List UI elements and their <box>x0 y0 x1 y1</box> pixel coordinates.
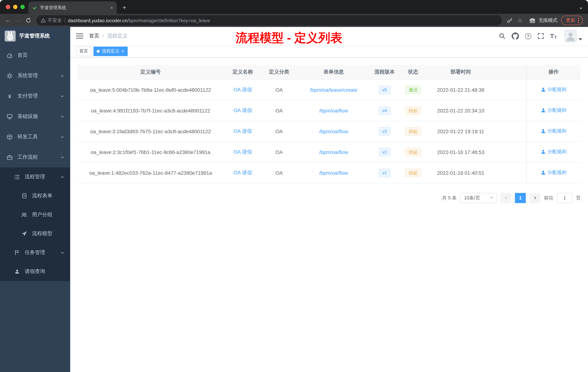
table-row: oa_leave:1:482ec033-762a-11ec-8477-a2380… <box>77 162 581 183</box>
definition-name-link[interactable]: OA 请假 <box>233 87 252 92</box>
browser-tab[interactable]: 芋道管理系统 × <box>28 1 117 14</box>
tag-close-icon[interactable]: × <box>121 49 124 54</box>
goto-page-input[interactable] <box>557 193 572 203</box>
box-icon <box>7 134 13 140</box>
deploy-time-cell: 2022-01-16 17:46:53 <box>428 142 494 162</box>
incognito-label: 无痕模式 <box>538 17 557 24</box>
menu-label: 流程表单 <box>32 193 52 199</box>
browser-tab-strip: 芋道管理系统 × + <box>0 0 588 14</box>
sidebar-item-payment[interactable]: ¥ 支付管理 <box>0 86 70 106</box>
definition-name-link[interactable]: OA 请假 <box>233 169 252 175</box>
definition-category-cell: OA <box>262 142 296 162</box>
avatar[interactable] <box>564 30 577 42</box>
menu-label: 基础设施 <box>17 113 38 120</box>
column-header-deploy-time: 部署时间 <box>428 65 494 79</box>
font-size-icon[interactable]: TT <box>550 33 557 39</box>
menu-label: 首页 <box>17 52 28 59</box>
sidebar-item-process-form[interactable]: 流程表单 <box>0 186 70 205</box>
page-content: 定义编号 定义名称 定义分类 表单信息 流程版本 状态 部署时间 操作 <box>70 57 588 372</box>
assign-rule-link[interactable]: 分配规则 <box>541 107 567 114</box>
version-badge: v2 <box>378 148 390 156</box>
password-key-icon[interactable] <box>505 15 515 25</box>
help-icon[interactable]: ? <box>525 33 531 39</box>
next-page-button[interactable] <box>529 193 540 203</box>
definition-name-link[interactable]: OA 请假 <box>233 107 252 113</box>
browser-toolbar: ← → 不安全 dashboard.yudao.iocoder.cn/bpm/m… <box>0 14 588 27</box>
chrome-update-button[interactable]: 更新 <box>561 16 583 25</box>
sidebar-item-system[interactable]: 系统管理 <box>0 66 70 86</box>
sidebar-item-process-model[interactable]: 流程模型 <box>0 224 70 243</box>
breadcrumb-home[interactable]: 首页 <box>89 33 99 39</box>
menu-label: 流程管理 <box>25 174 45 180</box>
browser-menu-icon[interactable] <box>578 17 579 23</box>
table-row: oa_leave:2:3c1f0ef1-76b1-11ec-9c66-a2380… <box>77 142 581 162</box>
window-close-button[interactable] <box>6 5 10 9</box>
assign-rule-link[interactable]: 分配规则 <box>541 128 567 134</box>
new-tab-button[interactable]: + <box>120 3 129 12</box>
form-info-link[interactable]: /bpm/oa/flow <box>319 170 348 176</box>
sidebar-item-process-management[interactable]: 流程管理 <box>0 167 70 186</box>
sidebar-toggle-icon[interactable] <box>76 33 83 39</box>
form-info-link[interactable]: /bpm/oa/flow <box>319 149 348 155</box>
assign-rule-link[interactable]: 分配规则 <box>541 149 567 155</box>
prev-page-button[interactable] <box>500 193 511 203</box>
caret-down-icon <box>578 38 582 40</box>
sidebar-item-user-group[interactable]: 用户分组 <box>0 205 70 224</box>
form-info-link[interactable]: /bpm/oa/leave/create <box>310 87 357 93</box>
tag-label: 首页 <box>79 48 88 54</box>
user-menu[interactable] <box>564 30 582 42</box>
deploy-time-cell: 2022-01-16 01:40:51 <box>428 162 494 183</box>
forward-button[interactable]: → <box>13 15 23 25</box>
tab-search-chevron-icon[interactable] <box>579 6 583 10</box>
deploy-time-cell: 2022-01-22 21:48:38 <box>428 79 494 100</box>
sidebar-item-workflow[interactable]: 工作流程 <box>0 147 70 167</box>
github-icon[interactable] <box>512 33 519 40</box>
column-header-name: 定义名称 <box>224 65 262 79</box>
sidebar-item-dev-tools[interactable]: 研发工具 <box>0 127 70 147</box>
security-label[interactable]: 不安全 <box>48 17 62 24</box>
definition-category-cell: OA <box>262 100 296 121</box>
tag-process-definition[interactable]: 流程定义 × <box>94 46 127 56</box>
tag-home[interactable]: 首页 <box>76 46 91 56</box>
sidebar-item-leave-query[interactable]: 请假查询 <box>0 262 70 281</box>
bookmark-star-icon[interactable]: ☆ <box>515 15 525 25</box>
tab-title: 芋道管理系统 <box>40 5 107 11</box>
form-info-link[interactable]: /bpm/oa/flow <box>319 108 348 113</box>
app-logo[interactable]: 芋道管理系统 <box>0 27 70 45</box>
form-info-link[interactable]: /bpm/oa/flow <box>319 128 348 134</box>
fullscreen-icon[interactable] <box>537 33 544 39</box>
definition-name-link[interactable]: OA 请假 <box>233 149 252 154</box>
search-icon[interactable] <box>499 33 505 39</box>
workflow-submenu: 流程管理 流程表单 用户分组 <box>0 167 70 281</box>
main-area: 流程模型 - 定义列表 首页 / 流程定义 ? <box>70 27 588 372</box>
assign-rule-link[interactable]: 分配规则 <box>541 169 567 176</box>
menu-label: 用户分组 <box>32 211 52 218</box>
incognito-badge: 无痕模式 <box>529 17 557 24</box>
security-warning-icon <box>41 18 46 23</box>
chevron-up-icon <box>60 175 64 179</box>
user-icon <box>541 108 546 113</box>
window-zoom-button[interactable] <box>20 5 25 9</box>
flag-icon <box>14 250 20 256</box>
sidebar-item-infrastructure[interactable]: 基础设施 <box>0 106 70 127</box>
back-button[interactable]: ← <box>3 15 13 25</box>
status-badge: 挂起 <box>405 106 421 115</box>
definition-name-link[interactable]: OA 请假 <box>233 128 252 134</box>
assign-rule-link[interactable]: 分配规则 <box>541 86 567 93</box>
tab-close-icon[interactable]: × <box>110 5 113 10</box>
definition-id-cell: oa_leave:5:004b710b-7b8a-11ec-8ef0-acde4… <box>77 79 224 100</box>
user-icon <box>14 268 20 275</box>
sidebar-item-home[interactable]: 首页 <box>0 45 70 66</box>
current-page-button[interactable]: 1 <box>515 193 526 203</box>
deploy-time-cell: 2022-01-22 20:34:10 <box>428 100 494 121</box>
reload-button[interactable] <box>23 15 33 25</box>
navbar-actions: ? TT <box>499 30 582 42</box>
tab-favicon-icon <box>32 5 37 10</box>
dashboard-icon <box>7 52 13 58</box>
app-frame: 芋道管理系统 首页 系统管理 ¥ <box>0 27 588 372</box>
definition-id-cell: oa_leave:2:3c1f0ef1-76b1-11ec-9c66-a2380… <box>77 142 224 162</box>
page-size-select[interactable]: 10条/页 <box>460 193 497 203</box>
address-bar[interactable]: 不安全 dashboard.yudao.iocoder.cn/bpm/manag… <box>36 15 502 25</box>
sidebar-item-task-management[interactable]: 任务管理 <box>0 243 70 262</box>
window-minimize-button[interactable] <box>13 5 17 9</box>
